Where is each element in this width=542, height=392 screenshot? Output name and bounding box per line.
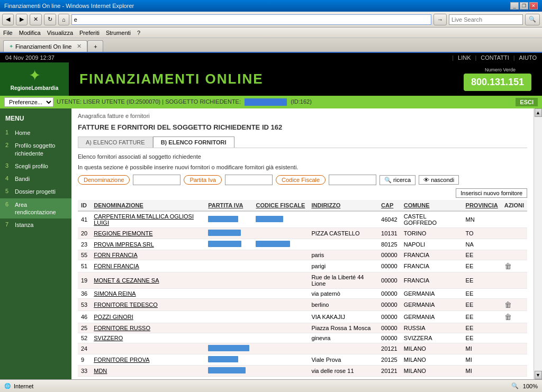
table-cell[interactable]: REGIONE PIEMONTE xyxy=(91,228,205,239)
scroll-up-btn[interactable]: ▲ xyxy=(535,108,542,117)
action-cell xyxy=(501,366,527,377)
table-row: 51FORNI FRANCIAparigi00000FRANCIAEE🗑 xyxy=(78,260,527,272)
table-cell[interactable]: FORNITORE PROVA xyxy=(91,354,205,366)
exit-button[interactable]: ESCI xyxy=(516,98,538,106)
browser-search[interactable] xyxy=(449,14,523,25)
menu-strumenti[interactable]: Strumenti xyxy=(106,30,131,36)
row-link[interactable]: CARPENTERIA METALLICA OGLIOSI LUIGI xyxy=(94,213,194,226)
table-cell: 46 xyxy=(78,311,91,323)
codice-fiscale-input[interactable] xyxy=(329,175,376,185)
table-cell[interactable]: CESAME xyxy=(91,377,205,380)
table-cell[interactable]: CARPENTERIA METALLICA OGLIOSI LUIGI xyxy=(91,211,205,228)
menu-modifica[interactable]: Modifica xyxy=(19,30,41,36)
minimize-btn[interactable]: _ xyxy=(510,2,519,10)
denominazione-input[interactable] xyxy=(133,175,180,185)
description1: Elenco fornitori associati al soggetto r… xyxy=(78,153,527,160)
sidebar-item-profilo[interactable]: 2 Profilo soggetto richiedente xyxy=(0,139,71,160)
back-btn[interactable]: ◀ xyxy=(2,14,14,25)
sidebar-item-istanza[interactable]: 7 Istanza xyxy=(0,218,71,231)
menu-visualizza[interactable]: Visualizza xyxy=(47,30,73,36)
table-cell[interactable]: PROVA IMPRESA SRL xyxy=(91,239,205,250)
link-aiuto[interactable]: AIUTO xyxy=(519,54,537,61)
sidebar-item-rendicontazione[interactable]: 6 Area rendicontazione xyxy=(0,198,71,219)
sidebar-item-home[interactable]: 1 Home xyxy=(0,126,71,139)
row-link[interactable]: PROVA IMPRESA SRL xyxy=(94,241,154,248)
table-cell[interactable]: SVIZZERO xyxy=(91,333,205,343)
row-link[interactable]: SVIZZERO xyxy=(94,335,123,341)
col-id: ID xyxy=(78,200,91,211)
delete-icon[interactable]: 🗑 xyxy=(504,313,512,321)
sidebar-title: MENU xyxy=(0,113,71,126)
row-link[interactable]: POZZI GINORI xyxy=(94,314,133,320)
new-tab-btn[interactable]: + xyxy=(87,40,103,52)
delete-icon[interactable]: 🗑 xyxy=(504,300,512,309)
row-link[interactable]: FORNITORE PROVA xyxy=(94,357,149,363)
preferences-select[interactable]: Preferenze... xyxy=(4,97,53,107)
table-cell[interactable]: MDN xyxy=(91,366,205,377)
scroll-down-btn[interactable]: ▼ xyxy=(535,371,542,379)
insert-fornitore-button[interactable]: Inserisci nuovo fornitore xyxy=(456,188,527,198)
row-link[interactable]: REGIONE PIEMONTE xyxy=(94,230,152,236)
menu-help[interactable]: ? xyxy=(137,30,140,36)
table-cell: 10131 xyxy=(378,228,401,239)
table-cell[interactable]: FORNI FRANCIA xyxy=(91,260,205,272)
table-cell[interactable]: FORNITORE RUSSO xyxy=(91,323,205,333)
delete-icon[interactable]: 🗑 xyxy=(504,262,512,270)
table-cell: CASTEL GOFFREDO xyxy=(401,211,463,228)
row-link[interactable]: FORN FRANCIA xyxy=(94,252,138,258)
table-cell: 00000 xyxy=(378,260,401,272)
hide-label: nascondi xyxy=(431,177,454,183)
tab-fatture[interactable]: A) ELENCO FATTURE xyxy=(78,136,153,148)
sidebar-item-scegli[interactable]: 3 Scegli profilo xyxy=(0,160,71,172)
table-cell[interactable]: SIMONA REINA xyxy=(91,289,205,299)
table-cell[interactable]: FRONITORE TEDESCO xyxy=(91,299,205,311)
table-cell: RUSSIA xyxy=(401,323,463,333)
col-provincia: PROVINCIA xyxy=(463,200,501,211)
table-cell[interactable] xyxy=(91,343,205,354)
refresh-btn[interactable]: ↻ xyxy=(44,14,56,25)
stop-btn[interactable]: ✕ xyxy=(30,14,42,25)
table-cell xyxy=(252,299,308,311)
go-btn[interactable]: → xyxy=(433,14,447,25)
search-button[interactable]: 🔍 ricerca xyxy=(380,175,415,185)
masked-data-bar xyxy=(208,345,249,351)
sidebar-item-bandi[interactable]: 4 Bandi xyxy=(0,172,71,185)
tab-close-icon[interactable]: ✕ xyxy=(77,43,82,50)
window-controls[interactable]: _ ❐ ✕ xyxy=(510,2,538,10)
row-link[interactable]: MDN xyxy=(94,368,107,374)
masked-data-bar xyxy=(208,230,241,236)
link-contatti[interactable]: CONTATTI xyxy=(481,54,509,61)
menu-file[interactable]: File xyxy=(3,30,13,36)
table-cell: 52 xyxy=(78,333,91,343)
home-btn[interactable]: ⌂ xyxy=(58,14,69,25)
table-cell xyxy=(205,299,252,311)
search-go-btn[interactable]: 🔍 xyxy=(525,14,540,25)
table-cell[interactable]: FORN FRANCIA xyxy=(91,250,205,260)
table-cell[interactable]: POZZI GINORI xyxy=(91,311,205,323)
search-form: Denominazione Partita Iva Codice Fiscale… xyxy=(78,175,527,185)
row-link[interactable]: MONET & CEZANNE SA xyxy=(94,277,159,284)
subject-bar xyxy=(245,98,287,106)
browser-tab-active[interactable]: ✦ Finanziamenti On line ✕ xyxy=(3,40,87,52)
header-title: FINANZIAMENTI ONLINE xyxy=(79,71,453,87)
sidebar-item-dossier[interactable]: 5 Dossier progetti xyxy=(0,185,71,198)
hide-button[interactable]: 👁 nascondi xyxy=(419,175,459,185)
scrollbar[interactable]: ▲ ▼ xyxy=(534,108,542,379)
partita-iva-input[interactable] xyxy=(225,175,273,185)
table-cell xyxy=(205,272,252,289)
address-bar[interactable] xyxy=(71,14,431,25)
row-link[interactable]: FORNI FRANCIA xyxy=(94,263,139,269)
row-link[interactable]: SIMONA REINA xyxy=(94,290,136,297)
table-cell: GERMANIA xyxy=(401,289,463,299)
link-link[interactable]: LINK xyxy=(458,54,471,61)
tab-fornitori[interactable]: B) ELENCO FORNITORI xyxy=(153,136,234,148)
table-cell xyxy=(252,250,308,260)
close-btn[interactable]: ✕ xyxy=(529,2,538,10)
sidebar-label-scegli: Scegli profilo xyxy=(15,162,48,170)
row-link[interactable]: FRONITORE TEDESCO xyxy=(94,302,158,308)
table-cell[interactable]: MONET & CEZANNE SA xyxy=(91,272,205,289)
row-link[interactable]: FORNITORE RUSSO xyxy=(94,325,150,331)
forward-btn[interactable]: ▶ xyxy=(16,14,28,25)
menu-preferiti[interactable]: Preferiti xyxy=(79,30,100,36)
restore-btn[interactable]: ❐ xyxy=(520,2,528,10)
